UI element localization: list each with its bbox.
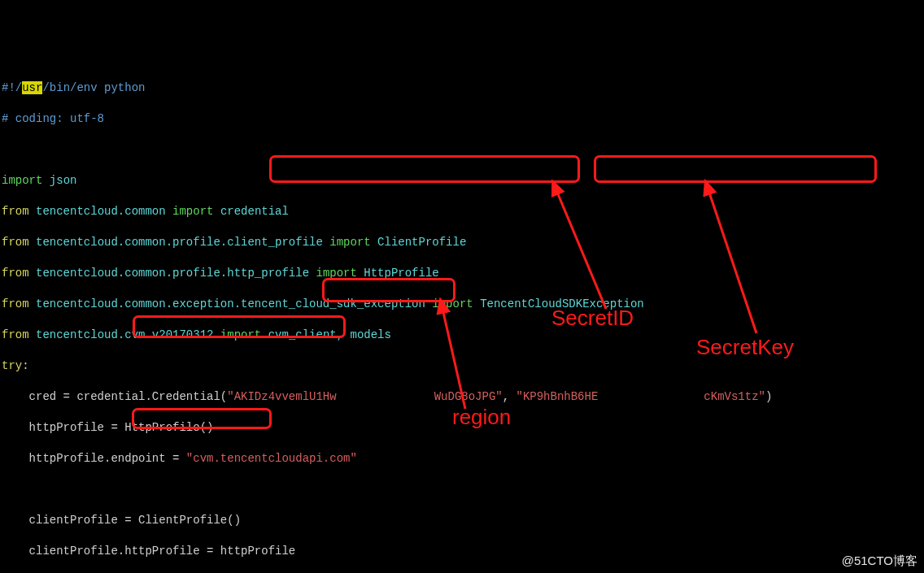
clientprofile-http-line: clientProfile.httpProfile = httpProfile: [2, 544, 922, 559]
clientprofile-line: clientProfile = ClientProfile(): [2, 513, 922, 528]
shebang-line: #!/usr/bin/env python: [2, 80, 922, 96]
watermark: @51CTO博客: [842, 553, 917, 568]
import-credential: from tencentcloud.common import credenti…: [2, 204, 922, 219]
cred-line: cred = credential.Credential("AKIDz4vvem…: [2, 389, 922, 405]
highlighted-usr: usr: [22, 81, 42, 94]
coding-line: # coding: utf-8: [2, 111, 922, 127]
import-exception: from tencentcloud.common.exception.tence…: [2, 297, 922, 312]
endpoint-line: httpProfile.endpoint = "cvm.tencentcloud…: [2, 451, 922, 467]
import-httpprofile: from tencentcloud.common.profile.http_pr…: [2, 266, 922, 281]
try-line: try:: [2, 358, 922, 374]
import-clientprofile: from tencentcloud.common.profile.client_…: [2, 235, 922, 250]
import-cvm: from tencentcloud.cvm.v20170312 import c…: [2, 328, 922, 343]
httpprofile-line: httpProfile = HttpProfile(): [2, 420, 922, 436]
code-editor[interactable]: #!/usr/bin/env python # coding: utf-8 im…: [0, 62, 924, 573]
import-json: import json: [2, 173, 922, 189]
